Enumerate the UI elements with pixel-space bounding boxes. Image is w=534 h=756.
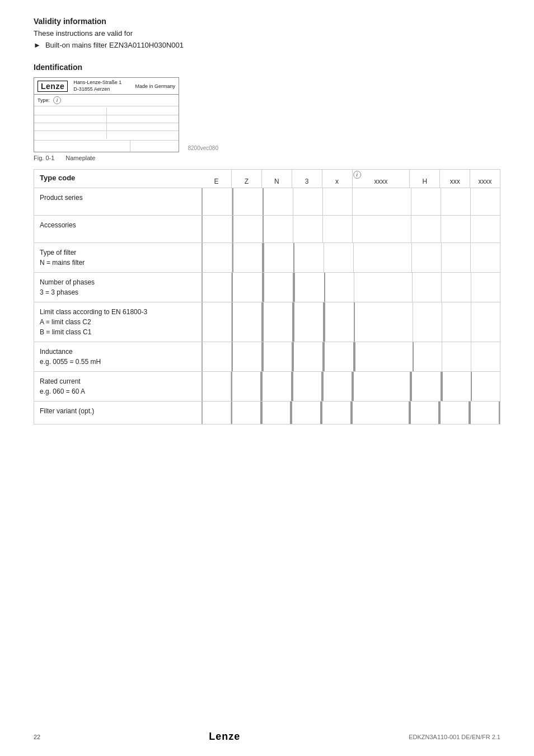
cell-fv-xxx — [439, 402, 470, 424]
nameplate-figure: Lenze Hans-Lenze-Straße 1 D-31855 Aerzen… — [34, 77, 179, 152]
cell-acc-Z — [232, 216, 264, 242]
cell-rc-3 — [292, 372, 322, 401]
cell-ind-N — [263, 342, 293, 371]
cell-lc-xxx — [442, 302, 471, 342]
lenze-logo: Lenze — [38, 81, 68, 92]
cell-ps-E — [202, 188, 232, 215]
row-type-filter-cells — [202, 243, 500, 273]
identification-section: Identification Lenze Hans-Lenze-Straße 1… — [34, 63, 500, 161]
cell-acc-xxxx2 — [471, 216, 500, 242]
validity-section: Validity information These instructions … — [34, 17, 500, 49]
row-filter-variant: Filter variant (opt.) — [34, 402, 500, 424]
cell-ps-N — [264, 188, 293, 215]
col-xxxx1: xxxx — [353, 170, 410, 188]
row-phases-cells — [202, 273, 500, 302]
cell-acc-N — [264, 216, 293, 242]
cell-ph-H — [413, 273, 442, 302]
cell-ps-xxx — [441, 188, 471, 215]
row-accessories-label: Accessories — [34, 216, 202, 243]
cell-acc-3 — [293, 216, 323, 242]
col-Z: Z — [232, 170, 262, 188]
cell-lc-xxxx1 — [355, 302, 413, 342]
row-phases-label: Number of phases 3 = 3 phases — [34, 273, 202, 302]
cell-ind-x — [324, 342, 354, 371]
cell-lc-E — [202, 302, 232, 342]
row-inductance: Inductance e.g. 0055 = 0.55 mH — [34, 342, 500, 372]
cell-ind-Z — [232, 342, 263, 371]
fig-caption-text: Nameplate — [65, 155, 95, 161]
cell-lc-3 — [293, 302, 324, 342]
validity-subtitle: These instructions are valid for — [34, 29, 500, 38]
row-limit-class-cells — [202, 302, 500, 342]
row-limit-class-label: Limit class according to EN 61800-3 A = … — [34, 302, 202, 342]
cell-rc-Z — [231, 372, 261, 401]
cell-lc-x — [324, 302, 355, 342]
cell-ph-E — [202, 273, 232, 302]
cell-ph-xxx — [442, 273, 471, 302]
footer-doc-ref: EDKZN3A110-001 DE/EN/FR 2.1 — [409, 734, 500, 740]
cell-acc-xxxx1 — [353, 216, 411, 242]
cell-ps-xxxx1 — [353, 188, 411, 215]
cell-rc-xxx — [442, 372, 472, 401]
cell-lc-N — [263, 302, 293, 342]
row-filter-variant-cells — [202, 402, 500, 424]
cell-tf-x — [324, 243, 354, 272]
cell-ind-xxxx2 — [471, 342, 500, 371]
cell-rc-x — [322, 372, 353, 401]
fig-caption: Fig. 0-1 Nameplate — [34, 155, 500, 161]
col-xxx: xxx — [440, 170, 470, 188]
cell-tf-3 — [294, 243, 324, 272]
col-3: 3 — [292, 170, 322, 188]
cell-ph-Z — [232, 273, 263, 302]
cell-tf-H — [412, 243, 442, 272]
cell-ind-H — [414, 342, 443, 371]
row-filter-variant-label: Filter variant (opt.) — [34, 402, 202, 424]
cell-acc-H — [411, 216, 441, 242]
cell-tf-N — [263, 243, 294, 272]
row-product-series-label: Product series — [34, 188, 202, 216]
cell-lc-xxxx2 — [471, 302, 500, 342]
type-code-info-icon: i — [353, 171, 361, 179]
identification-title: Identification — [34, 63, 500, 72]
cell-tf-Z — [232, 243, 264, 272]
nameplate-box: Lenze Hans-Lenze-Straße 1 D-31855 Aerzen… — [34, 77, 179, 152]
cell-ind-xxx — [442, 342, 471, 371]
cell-ph-xxxx2 — [471, 273, 500, 302]
col-xxxx2: xxxx — [470, 170, 500, 188]
cell-ps-H — [411, 188, 441, 215]
validity-product: Built-on mains filter EZN3A0110H030N001 — [45, 41, 184, 49]
cell-ps-3 — [293, 188, 323, 215]
cell-fv-Z — [231, 402, 261, 424]
validity-title: Validity information — [34, 17, 500, 26]
image-ref: 8200vec080 — [188, 145, 219, 151]
row-product-series: Product series — [34, 188, 500, 216]
row-limit-class: Limit class according to EN 61800-3 A = … — [34, 302, 500, 342]
type-code-header-cols: i E Z N 3 x xxxx H xxx xxxx — [202, 169, 500, 188]
fig-label: Fig. 0-1 — [34, 155, 54, 161]
row-inductance-cells — [202, 342, 500, 372]
cell-fv-x — [321, 402, 352, 424]
col-N: N — [262, 170, 292, 188]
cell-fv-3 — [291, 402, 321, 424]
cell-ind-xxxx1 — [354, 342, 414, 371]
cell-fv-H — [410, 402, 440, 424]
cell-ps-x — [323, 188, 353, 215]
row-rated-current-label: Rated current e.g. 060 = 60 A — [34, 372, 202, 402]
row-accessories-cells — [202, 216, 500, 243]
cell-lc-H — [413, 302, 442, 342]
cell-rc-N — [261, 372, 292, 401]
type-code-title: Type code — [34, 169, 202, 188]
col-x: x — [322, 170, 353, 188]
cell-rc-xxxx2 — [472, 372, 500, 401]
row-phases: Number of phases 3 = 3 phases — [34, 273, 500, 302]
col-H: H — [410, 170, 440, 188]
cell-rc-H — [411, 372, 441, 401]
cell-ph-xxxx1 — [354, 273, 413, 302]
cell-acc-x — [323, 216, 353, 242]
type-label: Type: — [38, 97, 50, 103]
row-rated-current: Rated current e.g. 060 = 60 A — [34, 372, 500, 402]
cell-fv-xxxx1 — [352, 402, 410, 424]
cell-ph-x — [325, 273, 354, 302]
cell-rc-xxxx1 — [353, 372, 411, 401]
type-code-section: Type code i E Z N 3 x xxxx H xxx xxxx Pr… — [34, 169, 500, 424]
